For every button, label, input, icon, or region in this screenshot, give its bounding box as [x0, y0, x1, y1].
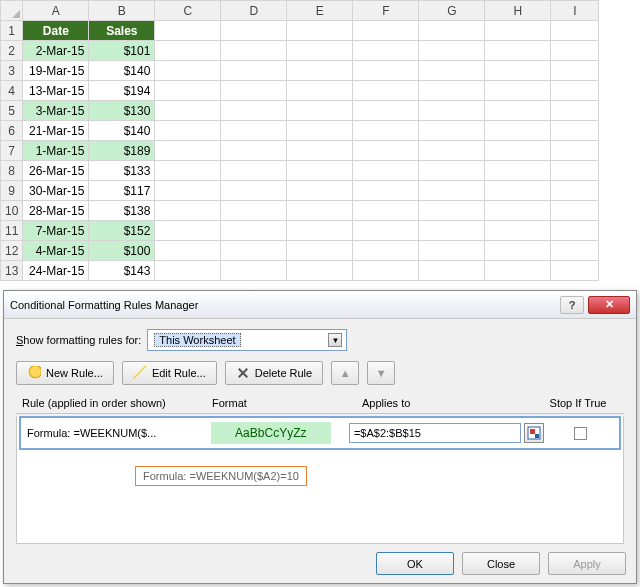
cell[interactable] — [485, 201, 551, 221]
cell[interactable] — [287, 41, 353, 61]
col-header-e[interactable]: E — [287, 1, 353, 21]
cell[interactable] — [221, 41, 287, 61]
select-all-corner[interactable] — [1, 1, 23, 21]
row-header[interactable]: 6 — [1, 121, 23, 141]
cell[interactable] — [419, 81, 485, 101]
cell[interactable] — [551, 241, 599, 261]
row-header[interactable]: 1 — [1, 21, 23, 41]
spreadsheet-grid[interactable]: A B C D E F G H I 1DateSales22-Mar-15$10… — [0, 0, 599, 281]
cell[interactable] — [551, 141, 599, 161]
row-header[interactable]: 4 — [1, 81, 23, 101]
applies-to-input[interactable]: =$A$2:$B$15 — [349, 423, 521, 443]
col-header-a[interactable]: A — [23, 1, 89, 21]
cell[interactable]: $130 — [89, 101, 155, 121]
cell[interactable] — [419, 61, 485, 81]
ok-button[interactable]: OK — [376, 552, 454, 575]
row-header[interactable]: 5 — [1, 101, 23, 121]
cell[interactable] — [221, 61, 287, 81]
col-header-g[interactable]: G — [419, 1, 485, 21]
cell[interactable] — [485, 81, 551, 101]
cell[interactable]: 3-Mar-15 — [23, 101, 89, 121]
cell[interactable] — [155, 41, 221, 61]
col-header-h[interactable]: H — [485, 1, 551, 21]
cell[interactable] — [485, 161, 551, 181]
cell[interactable]: 19-Mar-15 — [23, 61, 89, 81]
col-header-i[interactable]: I — [551, 1, 599, 21]
cell[interactable]: $140 — [89, 61, 155, 81]
col-header-c[interactable]: C — [155, 1, 221, 21]
cell[interactable]: 26-Mar-15 — [23, 161, 89, 181]
help-button[interactable]: ? — [560, 296, 584, 314]
cell[interactable] — [485, 121, 551, 141]
cell[interactable] — [551, 41, 599, 61]
cell[interactable] — [551, 161, 599, 181]
cell[interactable]: 13-Mar-15 — [23, 81, 89, 101]
cell[interactable] — [485, 41, 551, 61]
cell[interactable]: 7-Mar-15 — [23, 221, 89, 241]
cell[interactable] — [419, 241, 485, 261]
cell[interactable] — [551, 201, 599, 221]
cell[interactable] — [155, 21, 221, 41]
row-header[interactable]: 2 — [1, 41, 23, 61]
cell[interactable] — [551, 81, 599, 101]
cell[interactable] — [353, 201, 419, 221]
close-dialog-button[interactable]: Close — [462, 552, 540, 575]
cell[interactable]: $189 — [89, 141, 155, 161]
cell[interactable] — [419, 41, 485, 61]
cell[interactable] — [485, 141, 551, 161]
col-header-d[interactable]: D — [221, 1, 287, 21]
delete-rule-button[interactable]: Delete Rule — [225, 361, 324, 385]
cell[interactable] — [155, 61, 221, 81]
row-header[interactable]: 13 — [1, 261, 23, 281]
cell[interactable] — [287, 261, 353, 281]
cell[interactable] — [551, 261, 599, 281]
cell[interactable] — [419, 221, 485, 241]
row-header[interactable]: 7 — [1, 141, 23, 161]
cell[interactable]: 1-Mar-15 — [23, 141, 89, 161]
cell[interactable] — [353, 181, 419, 201]
cell[interactable] — [419, 181, 485, 201]
cell[interactable] — [353, 161, 419, 181]
cell[interactable] — [287, 201, 353, 221]
cell[interactable] — [221, 181, 287, 201]
cell[interactable] — [221, 221, 287, 241]
cell[interactable] — [221, 121, 287, 141]
cell[interactable] — [353, 81, 419, 101]
cell[interactable] — [485, 181, 551, 201]
cell[interactable] — [155, 181, 221, 201]
cell[interactable] — [419, 161, 485, 181]
range-selector-button[interactable] — [524, 423, 544, 443]
cell[interactable] — [221, 201, 287, 221]
cell[interactable] — [155, 141, 221, 161]
cell[interactable] — [551, 61, 599, 81]
cell[interactable] — [419, 101, 485, 121]
row-header[interactable]: 8 — [1, 161, 23, 181]
row-header[interactable]: 3 — [1, 61, 23, 81]
close-button[interactable]: ✕ — [588, 296, 630, 314]
cell[interactable] — [353, 41, 419, 61]
cell[interactable]: $143 — [89, 261, 155, 281]
cell[interactable] — [353, 261, 419, 281]
cell[interactable] — [287, 61, 353, 81]
cell[interactable] — [353, 21, 419, 41]
move-up-button[interactable]: ▲ — [331, 361, 359, 385]
cell[interactable] — [155, 261, 221, 281]
cell[interactable]: $101 — [89, 41, 155, 61]
edit-rule-button[interactable]: Edit Rule... — [122, 361, 217, 385]
dialog-titlebar[interactable]: Conditional Formatting Rules Manager ? ✕ — [4, 291, 636, 319]
cell[interactable] — [353, 61, 419, 81]
scope-dropdown[interactable]: This Worksheet ▼ — [147, 329, 347, 351]
cell[interactable] — [485, 61, 551, 81]
cell[interactable]: $140 — [89, 121, 155, 141]
cell[interactable] — [485, 221, 551, 241]
cell[interactable]: 28-Mar-15 — [23, 201, 89, 221]
cell[interactable] — [155, 161, 221, 181]
cell[interactable] — [221, 161, 287, 181]
cell[interactable]: $133 — [89, 161, 155, 181]
cell[interactable] — [353, 121, 419, 141]
cell[interactable] — [155, 101, 221, 121]
cell[interactable] — [419, 21, 485, 41]
cell[interactable] — [221, 101, 287, 121]
cell[interactable] — [353, 101, 419, 121]
cell[interactable] — [485, 261, 551, 281]
